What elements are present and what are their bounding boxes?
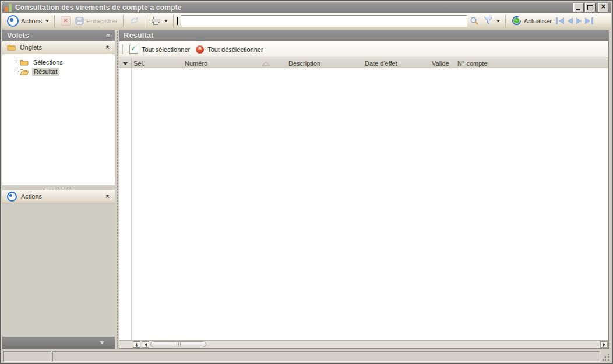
folder-icon (7, 44, 16, 51)
actualiser-icon (512, 16, 522, 26)
resize-grip-icon[interactable] (603, 354, 610, 361)
table-body (119, 68, 608, 341)
nav-next-icon (576, 17, 582, 24)
save-icon (75, 17, 84, 25)
nav-first-button[interactable] (554, 16, 566, 26)
onglets-section-header[interactable]: Onglets « (2, 41, 115, 54)
deselect-all-button[interactable]: Tout désélectionner (193, 44, 266, 55)
close-button[interactable] (598, 3, 608, 12)
main-toolbar: Actions Enregistrer (2, 13, 611, 29)
splitter-grip-icon (45, 187, 72, 189)
nav-previous-button[interactable] (566, 16, 575, 26)
toolbar-separator (145, 15, 146, 27)
search-button[interactable] (467, 15, 481, 27)
printer-icon (151, 17, 161, 25)
app-window: Consultation des virements de compte à c… (0, 0, 613, 364)
nav-last-icon (585, 17, 590, 24)
toolbar-separator (505, 15, 506, 27)
dropdown-arrow-icon (123, 62, 128, 65)
column-header-numero[interactable]: Numéro (185, 58, 207, 69)
select-all-button[interactable]: Tout sélectionner (126, 44, 193, 55)
selector-column-divider (131, 68, 132, 340)
refresh-icon (129, 16, 139, 25)
horizontal-scrollbar: + (119, 340, 608, 348)
status-bar (2, 350, 611, 362)
volets-title: Volets (7, 31, 29, 40)
actualiser-button[interactable]: Actualiser (509, 15, 554, 27)
actions-section-header[interactable]: Actions « (2, 190, 115, 203)
row-selector-header[interactable] (119, 58, 132, 69)
collapse-section-icon[interactable]: « (104, 195, 112, 199)
onglets-label: Onglets (20, 44, 42, 51)
folder-icon (20, 59, 29, 66)
app-icon (5, 4, 12, 12)
panel-footer-bar[interactable] (2, 337, 115, 349)
chevron-down-icon (100, 341, 104, 344)
scroll-right-button[interactable] (600, 341, 608, 348)
column-header-valide[interactable]: Valide (432, 58, 449, 69)
column-header-date-effet[interactable]: Date d'effet (365, 58, 397, 69)
delete-button[interactable] (58, 15, 73, 27)
bullseye-icon (7, 15, 19, 27)
onglets-tree: Sélections Résultat (2, 54, 115, 186)
green-check-icon (129, 45, 138, 54)
red-circle-x-icon (196, 45, 204, 54)
vertical-splitter[interactable] (115, 30, 118, 349)
print-button[interactable] (149, 16, 170, 26)
tree-item-resultat[interactable]: Résultat (15, 67, 59, 76)
minimize-button[interactable] (573, 3, 584, 12)
filter-button[interactable] (481, 15, 502, 26)
bullseye-icon (7, 192, 17, 202)
maximize-button[interactable] (585, 3, 596, 12)
actions-section-body (2, 203, 115, 337)
result-title: Résultat (124, 31, 153, 40)
nav-last-button[interactable] (583, 16, 595, 26)
tree-connector (15, 71, 19, 72)
dropdown-arrow-icon (496, 20, 500, 22)
column-header-no-compte[interactable]: N° compte (457, 58, 487, 69)
scroll-right-icon (603, 343, 605, 347)
toolbar-separator (123, 15, 124, 27)
actions-menu-label: Actions (21, 17, 42, 24)
minimize-icon (576, 9, 580, 10)
toolbar-separator (54, 15, 55, 27)
window-controls (573, 3, 608, 12)
result-content: Tout sélectionner Tout désélectionner Sé… (119, 41, 609, 349)
column-header-sel[interactable]: Sél. (133, 58, 145, 69)
filter-input[interactable] (181, 15, 467, 27)
save-button[interactable]: Enregistrer (73, 16, 120, 26)
actions-section-label: Actions (21, 193, 42, 200)
add-row-button[interactable]: + (133, 341, 140, 348)
result-panel-header: Résultat (119, 30, 609, 41)
scroll-left-button[interactable] (142, 341, 149, 348)
sort-ascending-icon[interactable] (262, 61, 270, 66)
dropdown-arrow-icon (164, 20, 168, 22)
actions-menu-button[interactable]: Actions (5, 14, 51, 28)
tree-item-label: Résultat (32, 68, 59, 76)
text-caret (177, 17, 178, 25)
dropdown-arrow-icon (45, 20, 49, 22)
open-folder-icon (20, 68, 29, 75)
nav-first-icon (556, 17, 558, 24)
status-cell-main (52, 351, 600, 362)
funnel-icon (484, 16, 493, 25)
thumb-grip-icon (178, 342, 179, 346)
title-bar: Consultation des virements de compte à c… (2, 2, 611, 13)
horizontal-splitter[interactable] (2, 185, 115, 190)
refresh-button[interactable] (127, 15, 142, 26)
collapse-section-icon[interactable]: « (104, 45, 112, 50)
save-label: Enregistrer (86, 17, 118, 24)
window-title: Consultation des virements de compte à c… (15, 3, 182, 12)
column-header-description[interactable]: Description (288, 58, 320, 69)
nav-next-button[interactable] (575, 16, 583, 26)
table-header: Sél. Numéro Description Date d'effet Val… (119, 58, 608, 69)
deselect-all-label: Tout désélectionner (207, 46, 263, 53)
collapse-panel-icon[interactable]: « (106, 31, 110, 40)
toolbar-grip[interactable] (122, 44, 124, 54)
scrollbar-thumb[interactable] (150, 341, 206, 347)
scroll-left-icon (145, 343, 147, 347)
result-panel: Résultat Tout sélectionner Tout désélect… (119, 30, 609, 349)
tree-item-selections[interactable]: Sélections (15, 58, 65, 66)
tree-connector (15, 62, 19, 62)
maximize-icon (587, 5, 593, 10)
